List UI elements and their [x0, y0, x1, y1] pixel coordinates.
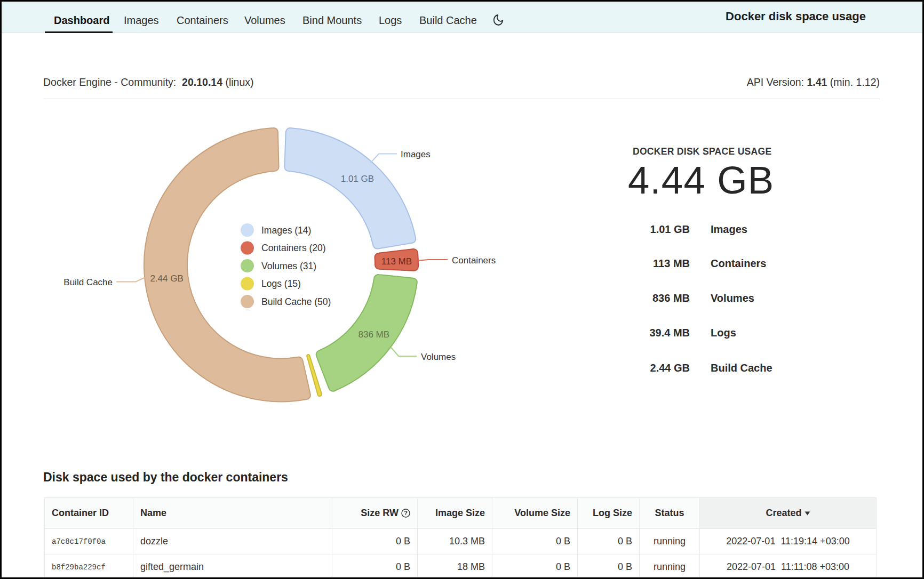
svg-text:Images: Images — [401, 149, 431, 159]
svg-text:Build Cache: Build Cache — [63, 277, 113, 287]
svg-text:Logs (15): Logs (15) — [261, 278, 301, 289]
svg-text:1.01 GB: 1.01 GB — [341, 174, 374, 184]
svg-text:Containers (20): Containers (20) — [261, 243, 326, 253]
svg-text:?: ? — [404, 510, 408, 516]
svg-text:2.44 GB: 2.44 GB — [150, 274, 183, 284]
